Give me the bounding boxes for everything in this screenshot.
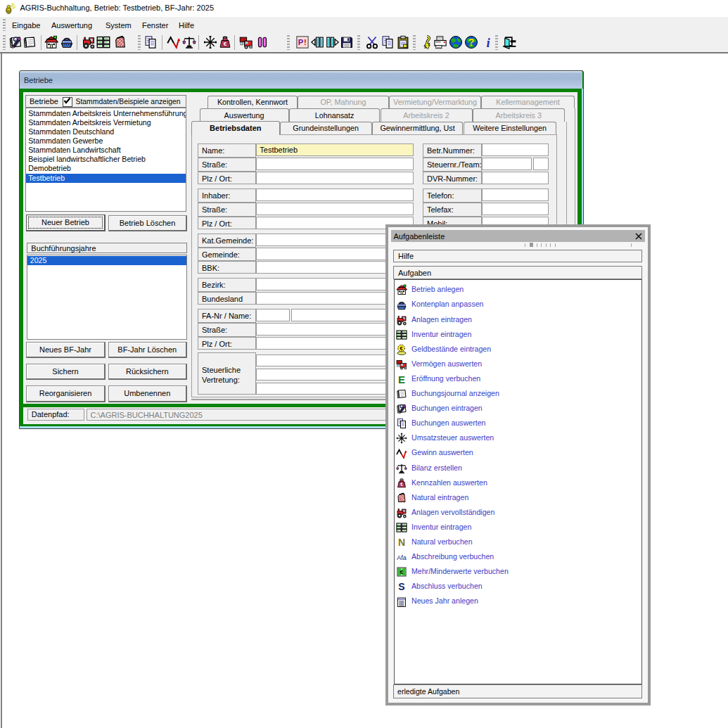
svg-text:?: ? [468, 37, 474, 48]
svg-text:Afa: Afa [397, 554, 407, 561]
svg-text:E: E [397, 373, 404, 385]
svg-text:N: N [397, 537, 404, 548]
svg-text:i: i [486, 35, 490, 49]
svg-text:P: P [298, 38, 304, 46]
svg-text:€: € [224, 41, 227, 47]
svg-text:€: € [400, 482, 403, 487]
svg-text:€: € [400, 569, 403, 575]
svg-text:S: S [398, 581, 404, 592]
svg-text:!: ! [304, 38, 307, 46]
